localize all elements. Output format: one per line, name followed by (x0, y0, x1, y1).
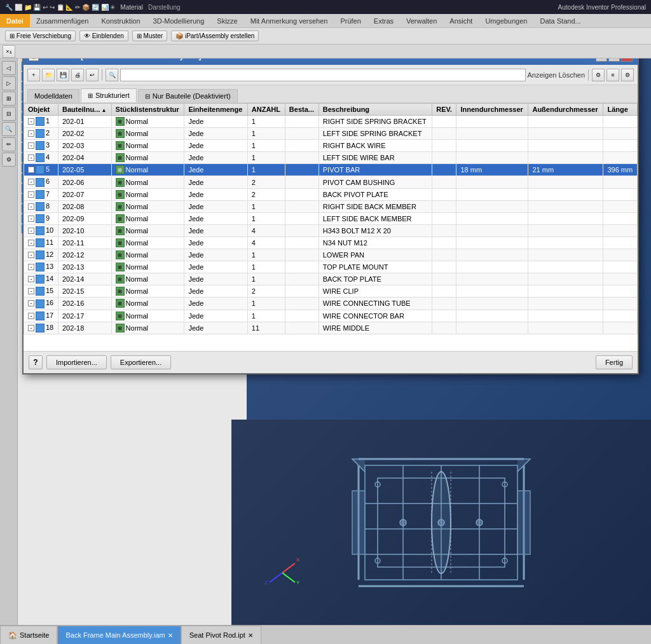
toolbar-filter-btn[interactable]: 🔍 (106, 69, 118, 81)
muster-btn[interactable]: ⊞ Muster (132, 31, 167, 41)
table-row[interactable]: -3202-03⊞NormalJede1RIGHT BACK WIRE (24, 140, 638, 152)
menu-anmerkung[interactable]: Mit Anmerkung versehen (244, 14, 334, 27)
sidebar-btn-4[interactable]: ⊟ (2, 107, 16, 121)
table-cell (285, 152, 319, 164)
help-button[interactable]: ? (29, 355, 43, 369)
toolbar-gear-btn[interactable]: ⚙ (621, 69, 634, 81)
ipart-btn[interactable]: 📦 iPart/iAssembly erstellen (171, 31, 259, 41)
table-row[interactable]: -12202-12⊞NormalJede1LOWER PAN (24, 249, 638, 261)
expand-icon[interactable]: - (28, 191, 34, 198)
expand-icon[interactable]: - (28, 142, 34, 149)
tab-back-frame-close[interactable]: ✕ (168, 632, 173, 639)
menu-extras[interactable]: Extras (367, 14, 400, 27)
menu-data[interactable]: Data Stand... (533, 14, 587, 27)
expand-icon[interactable]: - (28, 154, 34, 161)
tab-seat-pivot-close[interactable]: ✕ (248, 632, 253, 639)
export-button[interactable]: Exportieren... (111, 355, 171, 369)
col-besta[interactable]: Besta... (285, 104, 319, 116)
menu-zusammenfuegen[interactable]: Zusammenfügen (30, 14, 95, 27)
tab-nur-bauteile[interactable]: ⊟ Nur Bauteile (Deaktiviert) (138, 89, 238, 102)
toolbar-open-btn[interactable]: 📁 (42, 69, 55, 81)
expand-icon[interactable]: - (28, 179, 34, 185)
tab-modelldaten[interactable]: Modelldaten (27, 89, 79, 102)
expand-icon[interactable]: - (28, 313, 34, 319)
expand-icon[interactable]: - (28, 167, 34, 173)
sidebar-btn-1[interactable]: ◁ (2, 61, 16, 75)
table-row[interactable]: -6202-06⊞NormalJede2PIVOT CAM BUSHING (24, 176, 638, 188)
bottom-tab-seat-pivot[interactable]: Seat Pivot Rod.ipt ✕ (181, 626, 261, 644)
col-struktur[interactable]: Stücklistenstruktur (111, 104, 184, 116)
structure-icon: ⊞ (116, 275, 125, 284)
toolbar-columns-btn[interactable]: ≡ (606, 69, 619, 81)
sidebar-btn-3[interactable]: ⊞ (2, 92, 16, 106)
table-row[interactable]: -10202-10⊞NormalJede4H343 BOLT M12 X 20 (24, 224, 638, 236)
col-laenge[interactable]: Länge (603, 104, 638, 116)
menu-konstruktion[interactable]: Konstruktion (95, 14, 146, 27)
sidebar-btn-6[interactable]: ✏ (2, 137, 16, 151)
menu-datei[interactable]: Datei (0, 14, 30, 27)
freie-verschiebung-btn[interactable]: ⊞ Freie Verschiebung (5, 31, 76, 41)
col-bauteilnu[interactable]: Bauteilnu... (58, 104, 112, 116)
expand-icon[interactable]: - (28, 276, 34, 282)
table-row[interactable]: -9202-09⊞NormalJede1LEFT SIDE BACK MEMBE… (24, 212, 638, 224)
col-aussendurchmesser[interactable]: Außendurchmesser (528, 104, 603, 116)
col-einheit[interactable]: Einheitenmenge (184, 104, 247, 116)
expand-icon[interactable]: - (28, 264, 34, 270)
bottom-tab-startseite[interactable]: 🏠 Startseite (0, 626, 57, 644)
menu-3d[interactable]: 3D-Modellierung (147, 14, 211, 27)
menu-ansicht[interactable]: Ansicht (443, 14, 479, 27)
col-rev[interactable]: REV. (432, 104, 456, 116)
table-row[interactable]: -4202-04⊞NormalJede1LEFT SIDE WIRE BAR (24, 152, 638, 164)
tab-strukturiert[interactable]: ⊞ Strukturiert (81, 88, 137, 102)
col-beschreibung[interactable]: Beschreibung (319, 104, 432, 116)
table-cell (456, 285, 528, 298)
bom-table-container[interactable]: Objekt Bauteilnu... Stücklistenstruktur … (24, 103, 638, 351)
menu-pruefen[interactable]: Prüfen (334, 14, 367, 27)
bottom-tab-back-frame[interactable]: Back Frame Main Assembly.iam ✕ (57, 626, 181, 644)
expand-icon[interactable]: - (28, 325, 34, 331)
expand-icon[interactable]: - (28, 118, 34, 125)
toolbar-undo-btn[interactable]: ↩ (86, 69, 99, 81)
toolbar-print-btn[interactable]: 🖨 (71, 69, 84, 81)
expand-icon[interactable]: - (28, 228, 34, 234)
svg-text:X: X (296, 557, 300, 563)
expand-icon[interactable]: - (28, 300, 34, 306)
search-input[interactable] (120, 69, 526, 81)
menu-skizze[interactable]: Skizze (210, 14, 243, 27)
expand-icon[interactable]: - (28, 240, 34, 246)
table-row[interactable]: -18202-18⊞NormalJede11WIRE MIDDLE (24, 322, 638, 334)
table-row[interactable]: -5202-05⊞NormalJede1PIVOT BAR18 mm21 mm3… (24, 164, 638, 176)
table-row[interactable]: -1202-01⊞NormalJede1RIGHT SIDE SPRING BR… (24, 116, 638, 128)
table-row[interactable]: -14202-14⊞NormalJede1BACK TOP PLATE (24, 273, 638, 285)
toolbar-settings-btn[interactable]: ⚙ (592, 69, 605, 81)
done-button[interactable]: Fertig (596, 355, 633, 369)
table-row[interactable]: -11202-11⊞NormalJede4N34 NUT M12 (24, 236, 638, 249)
toolbar-save-btn[interactable]: 💾 (57, 69, 69, 81)
einblenden-btn[interactable]: 👁 Einblenden (79, 31, 128, 41)
table-row[interactable]: -13202-13⊞NormalJede1TOP PLATE MOUNT (24, 261, 638, 273)
table-row[interactable]: -15202-15⊞NormalJede2WIRE CLIP (24, 285, 638, 298)
menu-verwalten[interactable]: Verwalten (400, 14, 443, 27)
sidebar-btn-2[interactable]: ▷ (2, 76, 16, 90)
sidebar-btn-5[interactable]: 🔍 (2, 122, 16, 136)
table-row[interactable]: -8202-08⊞NormalJede1RIGHT SIDE BACK MEMB… (24, 200, 638, 212)
menu-umgebungen[interactable]: Umgebungen (479, 14, 533, 27)
table-cell (456, 322, 528, 334)
expand-icon[interactable]: - (28, 216, 34, 222)
expand-icon[interactable]: - (28, 203, 34, 210)
table-row[interactable]: -17202-17⊞NormalJede1WIRE CONNECTOR BAR (24, 310, 638, 322)
toolbar-new-btn[interactable]: + (27, 69, 40, 81)
sidebar-btn-7[interactable]: ⚙ (2, 153, 16, 167)
table-row[interactable]: -16202-16⊞NormalJede1WIRE CONNECTING TUB… (24, 298, 638, 310)
table-row[interactable]: -7202-07⊞NormalJede2BACK PIVOT PLATE (24, 188, 638, 200)
table-row[interactable]: -2202-02⊞NormalJede1LEFT SIDE SPRING BRA… (24, 128, 638, 140)
expand-icon[interactable]: - (28, 252, 34, 258)
col-innendurchmesser[interactable]: Innendurchmesser (456, 104, 528, 116)
table-cell: 1 (247, 140, 285, 152)
col-anzahl[interactable]: ANZAHL (247, 104, 285, 116)
col-objekt[interactable]: Objekt (24, 104, 58, 116)
toolbar-btn-1[interactable]: ×₁ (3, 45, 15, 58)
expand-icon[interactable]: - (28, 130, 34, 137)
import-button[interactable]: Importieren... (46, 355, 107, 369)
expand-icon[interactable]: - (28, 288, 34, 294)
